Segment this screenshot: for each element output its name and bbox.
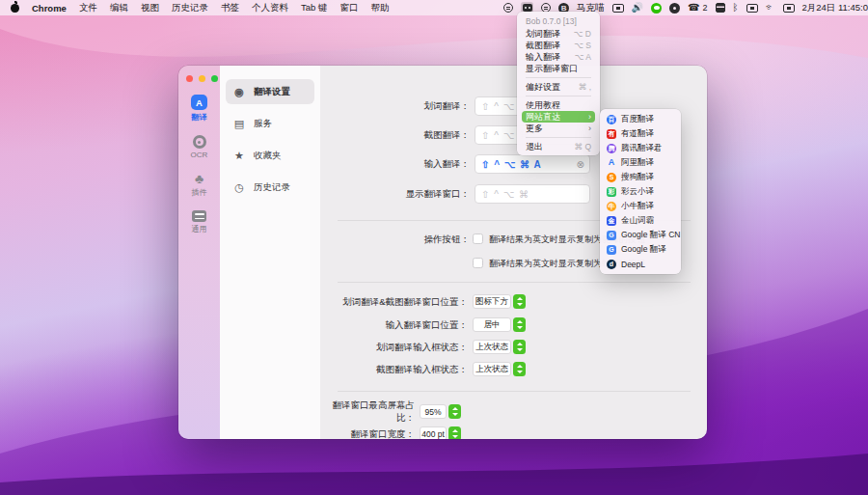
sidebar-item-favorites[interactable]: ★ 收藏夹 bbox=[226, 143, 314, 168]
submenu-item-niutrans[interactable]: 牛 小牛翻译 bbox=[600, 199, 681, 213]
traffic-lights bbox=[186, 75, 218, 82]
submenu-item-sogou[interactable]: S 搜狗翻译 bbox=[600, 170, 681, 184]
clear-shortcut-icon[interactable]: ⊗ bbox=[577, 159, 584, 170]
status-app-icon-1[interactable] bbox=[503, 3, 513, 13]
submenu-item-google[interactable]: G Google 翻译 bbox=[600, 242, 681, 257]
select-stepper-icon[interactable] bbox=[513, 340, 526, 354]
menu-item-preferences[interactable]: 偏好设置 ⌘ , bbox=[522, 81, 595, 93]
submenu-item-caiyun[interactable]: 彩 彩云小译 bbox=[600, 184, 681, 199]
select-stepper-icon[interactable] bbox=[448, 426, 461, 439]
menubar-item-window[interactable]: 窗口 bbox=[339, 2, 358, 14]
star-icon: ★ bbox=[232, 151, 246, 161]
desktop-wallpaper: Chrome 文件 编辑 视图 历史记录 书签 个人资料 Tab 键 窗口 帮助… bbox=[0, 0, 868, 495]
sidebar-item-label: 收藏夹 bbox=[254, 150, 282, 162]
screenshot-input-state-select[interactable]: 上次状态 bbox=[473, 362, 511, 376]
submenu-item-deepl[interactable]: d DeepL bbox=[600, 257, 681, 271]
window-position-select[interactable]: 图标下方 bbox=[473, 294, 511, 309]
submenu-item-youdao[interactable]: 有 有道翻译 bbox=[600, 126, 681, 141]
select-input-state-select[interactable]: 上次状态 bbox=[473, 340, 511, 354]
max-screen-ratio-select[interactable]: 95% bbox=[420, 404, 447, 419]
sidebar-item-history[interactable]: ◷ 历史记录 bbox=[226, 175, 314, 200]
rail-item-label: 通用 bbox=[192, 224, 207, 234]
shortcut-input[interactable]: ⇧ ^ ⌥ ⌘ bbox=[475, 184, 590, 204]
menu-item-tutorial[interactable]: 使用教程 bbox=[522, 99, 595, 111]
menu-item-more[interactable]: 更多 › bbox=[522, 123, 595, 134]
menubar-item-help[interactable]: 帮助 bbox=[370, 2, 389, 14]
select-stepper-icon[interactable] bbox=[513, 362, 526, 376]
caiyun-translate-icon: 彩 bbox=[607, 187, 616, 197]
menubar-clock[interactable]: 2月24日 11:45:0 bbox=[802, 2, 868, 14]
sidebar-item-label: 翻译设置 bbox=[254, 86, 290, 98]
submenu-item-label: 小牛翻译 bbox=[621, 201, 654, 212]
shortcut-value: ⇧ ^ ⌥ ⌘ A bbox=[481, 159, 542, 170]
menubar-item-edit[interactable]: 编辑 bbox=[110, 2, 128, 14]
select-stepper-icon[interactable] bbox=[448, 404, 461, 419]
menu-item-input-translate[interactable]: 输入翻译 ⌥ A bbox=[522, 51, 595, 63]
snake-case-checkbox[interactable] bbox=[473, 258, 483, 268]
input-source-icon[interactable] bbox=[746, 4, 758, 13]
menu-item-screenshot-translate[interactable]: 截图翻译 ⌥ S bbox=[522, 40, 595, 51]
menubar-item-profiles[interactable]: 个人资料 bbox=[252, 2, 288, 14]
volume-icon[interactable]: 🔊 bbox=[632, 3, 643, 13]
window-width-select[interactable]: 400 pt bbox=[420, 426, 447, 439]
field-label: 截图翻译： bbox=[320, 129, 470, 142]
menubar-item-history[interactable]: 历史记录 bbox=[172, 2, 208, 14]
submenu-item-alibaba[interactable]: A 阿里翻译 bbox=[600, 155, 681, 170]
settings-target-icon: ◉ bbox=[232, 87, 246, 97]
minimize-window-button[interactable] bbox=[199, 75, 205, 82]
select-stepper-icon[interactable] bbox=[513, 294, 526, 309]
rail-item-plugins[interactable]: ♣ 插件 bbox=[192, 172, 207, 198]
sidebar-item-services[interactable]: ▤ 服务 bbox=[226, 111, 314, 136]
rail-item-ocr[interactable]: OCR bbox=[191, 135, 208, 159]
close-window-button[interactable] bbox=[186, 75, 193, 82]
menu-item-quit[interactable]: 退出 ⌘ Q bbox=[522, 141, 595, 152]
screen-mirroring-icon[interactable] bbox=[612, 4, 624, 13]
shortcut-placeholder: ⇧ ^ ⌥ ⌘ bbox=[481, 189, 529, 200]
menubar-item-tab[interactable]: Tab 键 bbox=[301, 2, 327, 14]
menubar-item-bookmarks[interactable]: 书签 bbox=[221, 2, 239, 14]
alibaba-translate-icon: A bbox=[607, 158, 616, 168]
zoom-window-button[interactable] bbox=[211, 75, 218, 82]
camel-case-checkbox[interactable] bbox=[473, 234, 483, 244]
field-label: 显示翻译窗口： bbox=[320, 188, 470, 201]
submenu-item-label: Google 翻译 CN bbox=[621, 230, 680, 241]
menu-item-select-translate[interactable]: 划词翻译 ⌥ D bbox=[522, 28, 595, 40]
phone-icon[interactable]: ☎ bbox=[688, 3, 699, 13]
shortcut-input[interactable]: ⇧ ^ ⌥ ⌘ A ⊗ bbox=[475, 154, 590, 174]
submenu-item-label: 有道翻译 bbox=[621, 128, 654, 140]
menu-item-shortcut: ⌘ , bbox=[579, 82, 591, 92]
submenu-item-label: Google 翻译 bbox=[621, 244, 666, 256]
menubar-item-view[interactable]: 视图 bbox=[141, 2, 159, 14]
submenu-item-label: 彩云小译 bbox=[621, 186, 654, 198]
submenu-item-google-cn[interactable]: G Google 翻译 CN bbox=[600, 228, 681, 242]
status-app-icon-3[interactable] bbox=[669, 3, 680, 14]
active-app-name[interactable]: Chrome bbox=[32, 3, 67, 14]
section-divider bbox=[338, 282, 691, 283]
sidebar-item-translate-settings[interactable]: ◉ 翻译设置 bbox=[226, 79, 314, 104]
submenu-item-iciba[interactable]: 金 金山词霸 bbox=[600, 213, 681, 228]
input-window-position-select[interactable]: 居中 bbox=[473, 317, 511, 332]
wechat-icon[interactable] bbox=[651, 3, 662, 14]
menu-item-website-shortcuts[interactable]: 网站直达 › bbox=[522, 111, 595, 123]
website-shortcuts-submenu: 百 百度翻译 有 有道翻译 腾 腾讯翻译君 A 阿里翻译 S 搜狗翻译 彩 彩云… bbox=[600, 109, 681, 274]
menu-item-show-translate-window[interactable]: 显示翻译窗口 bbox=[522, 63, 595, 74]
grid-icon[interactable] bbox=[716, 3, 725, 13]
submenu-item-baidu[interactable]: 百 百度翻译 bbox=[600, 112, 681, 126]
menu-item-shortcut: ⌥ D bbox=[574, 29, 591, 39]
deepl-icon: d bbox=[607, 260, 616, 269]
menu-separator bbox=[526, 96, 591, 96]
rail-item-translate[interactable]: A 翻译 bbox=[191, 95, 207, 123]
select-stepper-icon[interactable] bbox=[513, 317, 526, 332]
battery-icon[interactable] bbox=[783, 4, 795, 13]
sidebar-item-label: 服务 bbox=[254, 118, 272, 130]
rail-item-general[interactable]: 通用 bbox=[192, 210, 207, 234]
submenu-item-tencent[interactable]: 腾 腾讯翻译君 bbox=[600, 141, 681, 155]
google-translate-cn-icon: G bbox=[607, 231, 616, 240]
bluetooth-icon[interactable]: ᛒ bbox=[733, 3, 739, 13]
menu-item-label: 偏好设置 bbox=[526, 81, 560, 94]
wifi-icon[interactable]: ᯤ bbox=[766, 3, 775, 13]
apple-logo-icon[interactable] bbox=[11, 4, 19, 13]
submenu-item-label: 搜狗翻译 bbox=[621, 172, 654, 183]
menubar-item-file[interactable]: 文件 bbox=[79, 2, 97, 14]
field-label: 翻译窗口宽度： bbox=[320, 428, 415, 440]
